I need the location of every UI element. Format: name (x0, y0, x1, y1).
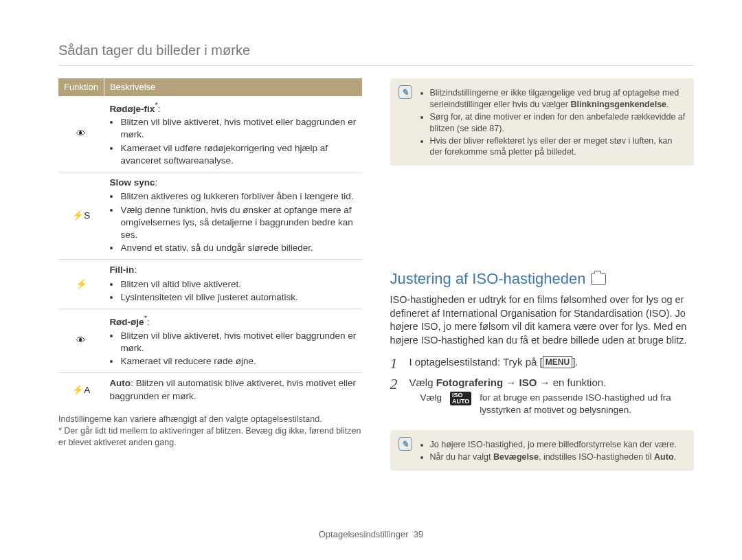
bold-term: ISO (519, 377, 537, 388)
step-number: 1 (390, 355, 401, 372)
table-row: ⚡S Slow sync: Blitzen aktiveres og lukke… (58, 172, 362, 260)
table-row: ⚡A Auto: Blitzen vil automatisk blive ak… (58, 373, 362, 407)
row-bullets: Blitzen vil blive aktiveret, hvis motive… (109, 116, 357, 167)
section-paragraph: ISO-hastigheden er udtryk for en films f… (390, 293, 695, 347)
list-item: Blitzen vil altid blive aktiveret. (120, 278, 357, 291)
bold-term: Bevægelse (493, 452, 539, 462)
footnote: * Der går lidt tid mellem to aktiveringe… (58, 425, 363, 449)
step-body: Vælg Fotografering → ISO → en funktion. … (409, 376, 695, 421)
row-description: Slow sync: Blitzen aktiveres og lukkeren… (104, 172, 362, 260)
note-icon: ✎ (398, 437, 412, 451)
note-box-bottom: ✎ Jo højere ISO-hastighed, jo mere bille… (390, 430, 695, 471)
footnote: Indstillingerne kan variere afhængigt af… (58, 414, 363, 425)
redeye-fix-icon: 👁 (58, 96, 104, 172)
table-row: 👁 Rød-øje*: Blitzen vil blive aktiveret,… (58, 309, 362, 373)
table-footnotes: Indstillingerne kan variere afhængigt af… (58, 414, 363, 449)
bold-term: Fotografering (436, 377, 504, 388)
section-title-text: Justering af ISO-hastigheden (390, 269, 586, 289)
menu-button-chip: MENU (543, 356, 572, 368)
iso-auto-chip: ISOAUTO (450, 392, 471, 405)
list-item: Lysintensiteten vil blive justeret autom… (120, 291, 357, 304)
section-heading: Justering af ISO-hastigheden (390, 269, 695, 289)
footer-label: Optagelsesindstillinger (319, 529, 409, 539)
list-item: Jo højere ISO-hastighed, jo mere billedf… (430, 439, 677, 451)
step-list: 1 I optagelsestilstand: Tryk på [MENU]. … (390, 355, 695, 421)
two-column-layout: Funktion Beskrivelse 👁 Rødøje-fix*: Blit… (58, 78, 694, 484)
bold-term: Auto (654, 452, 673, 462)
step-number: 2 (390, 376, 401, 392)
footer-page-number: 39 (414, 529, 423, 539)
page-title: Sådan tager du billeder i mørke (58, 41, 694, 60)
redeye-icon: 👁 (58, 309, 104, 373)
fill-in-icon: ⚡ (58, 260, 104, 309)
note-icon: ✎ (398, 85, 412, 99)
list-item: Kameraet vil reducere røde øjne. (120, 355, 357, 368)
table-row: 👁 Rødøje-fix*: Blitzen vil blive aktiver… (58, 96, 362, 172)
auto-flash-icon: ⚡A (58, 373, 104, 407)
list-item: Blitzindstillingerne er ikke tilgængelig… (430, 87, 686, 111)
bold-term: Blinkningsgenkendelse (570, 100, 666, 109)
note-list: Jo højere ISO-hastighed, jo mere billedf… (419, 438, 677, 464)
row-description: Rød-øje*: Blitzen vil blive aktiveret, h… (104, 309, 362, 373)
step-sub-bullets: Vælg ISOAUTO for at bruge en passende IS… (409, 392, 695, 416)
list-item: Blitzen aktiveres og lukkeren forbliver … (120, 190, 357, 203)
list-item: Blitzen vil blive aktiveret, hvis motive… (120, 330, 357, 355)
list-item: Anvend et stativ, så du undgår slørede b… (120, 242, 357, 254)
row-description: Fill-in: Blitzen vil altid blive aktiver… (104, 260, 362, 309)
row-title: Fill-in (109, 265, 134, 275)
left-column: Funktion Beskrivelse 👁 Rødøje-fix*: Blit… (58, 78, 363, 484)
table-row: ⚡ Fill-in: Blitzen vil altid blive aktiv… (58, 260, 362, 309)
list-item: Kameraet vil udføre rødøjekorrigering ve… (120, 142, 357, 167)
list-item: Hvis der bliver reflekteret lys eller de… (430, 135, 686, 159)
right-column: ✎ Blitzindstillingerne er ikke tilgængel… (390, 78, 695, 484)
row-title: Rødøje-fix (109, 103, 155, 113)
step: 1 I optagelsestilstand: Tryk på [MENU]. (390, 355, 695, 372)
step-body: I optagelsestilstand: Tryk på [MENU]. (409, 355, 695, 369)
row-description: Auto: Blitzen vil automatisk blive aktiv… (104, 373, 362, 407)
camera-mode-icon (591, 273, 606, 285)
row-title: Rød-øje (109, 317, 144, 327)
function-table: Funktion Beskrivelse 👁 Rødøje-fix*: Blit… (58, 78, 363, 407)
page-footer: Optagelsesindstillinger 39 (0, 528, 742, 541)
step: 2 Vælg Fotografering → ISO → en funktion… (390, 376, 695, 421)
slow-sync-icon: ⚡S (58, 172, 104, 260)
list-item: Når du har valgt Bevægelse, indstilles I… (430, 451, 677, 463)
list-item: Vælg ISOAUTO for at bruge en passende IS… (420, 392, 695, 416)
list-item: Vælg denne funktion, hvis du ønsker at o… (120, 204, 357, 242)
note-box-top: ✎ Blitzindstillingerne er ikke tilgængel… (390, 78, 695, 166)
note-list: Blitzindstillingerne er ikke tilgængelig… (419, 87, 686, 159)
list-item: Blitzen vil blive aktiveret, hvis motive… (120, 116, 357, 141)
divider (58, 65, 694, 66)
th-function: Funktion (58, 78, 104, 96)
th-description: Beskrivelse (104, 78, 362, 96)
row-title: Auto (109, 378, 131, 388)
row-description: Rødøje-fix*: Blitzen vil blive aktiveret… (104, 96, 362, 172)
manual-page: Sådan tager du billeder i mørke Funktion… (0, 0, 742, 560)
row-title: Slow sync (109, 177, 155, 188)
list-item: Sørg for, at dine motiver er inden for d… (430, 111, 686, 135)
